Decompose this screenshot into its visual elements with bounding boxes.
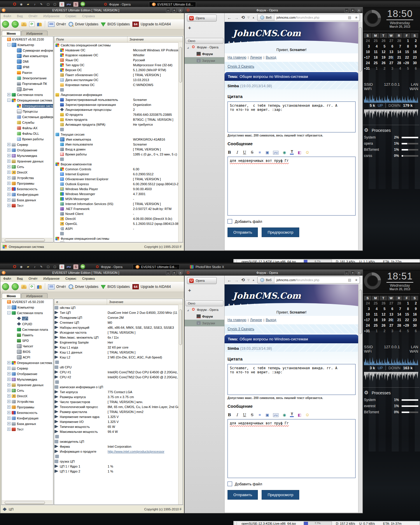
message-textarea[interactable]: для недоверчивых вот пруф Гг	[228, 157, 356, 216]
calendar-day[interactable]: 27	[388, 323, 395, 328]
back-icon[interactable]	[2, 283, 9, 290]
format-icon[interactable]: php	[273, 151, 279, 155]
format-icon[interactable]: ◧	[298, 413, 301, 417]
tree-item[interactable]: ЦП	[2, 316, 53, 321]
tree-expander[interactable]	[13, 356, 16, 359]
url-box[interactable]: Веб johncms.com/forum/index.php ▤ ★	[257, 276, 360, 284]
tree-item[interactable]: SPD	[2, 338, 53, 343]
up-icon[interactable]: ▲	[252, 16, 255, 19]
preview-button[interactable]: Предпросмотр	[262, 490, 299, 500]
pane-row[interactable]: Степпинг ЦП M0	[54, 320, 183, 325]
tree-expander[interactable]	[13, 110, 16, 113]
users-icon[interactable]	[37, 22, 42, 26]
taskbar-window-button[interactable]: PhotoFiltre Studio X	[187, 264, 227, 270]
close-button[interactable]: ×	[178, 8, 183, 13]
window-panel-header[interactable]: Окно	[186, 300, 223, 306]
calendar-day[interactable]: 12	[380, 312, 387, 317]
nav-link[interactable]: На главную	[228, 318, 246, 322]
url-field[interactable]: johncms.com/forum/index.php	[274, 278, 346, 282]
calendar-day[interactable]: 8	[403, 44, 410, 49]
tree-expander[interactable]: +	[7, 306, 10, 309]
bios-updates-button[interactable]: BIOS Updates	[101, 22, 130, 26]
taskbar-window-button[interactable]: Форум - Opera	[101, 2, 133, 7]
message-textarea[interactable]: для недоверчивых вот пруф Гг	[228, 419, 356, 478]
tree-item[interactable]: + Системная плата	[2, 92, 53, 97]
nav-link[interactable]: Личное	[250, 318, 262, 322]
calendar-day[interactable]: 13	[388, 49, 395, 55]
tree-item[interactable]: CPUID	[2, 321, 53, 327]
forward-icon[interactable]: →	[234, 278, 239, 283]
pane-row[interactable]: Максимальная мощность 99.4 W	[54, 429, 183, 434]
tree-item[interactable]: Суммарная информация	[2, 48, 53, 53]
tree-expander[interactable]	[13, 126, 16, 130]
tree-item[interactable]: - Системная плата	[2, 310, 53, 316]
tree-item[interactable]: EVEREST v5.50.2100	[2, 299, 53, 304]
tree-expander[interactable]: +	[7, 372, 10, 375]
everest-titlebar[interactable]: EVEREST Ultimate Edition [ TRIAL VERSION…	[0, 7, 184, 13]
launcher-icon[interactable]: ▰	[26, 264, 30, 269]
calendar-day[interactable]: 26	[380, 301, 387, 306]
tree-item[interactable]: + Устройства	[2, 399, 53, 404]
tree-item[interactable]: + Сеть	[2, 164, 53, 169]
tree-horizontal-scrollbar[interactable]	[2, 238, 52, 242]
tree-item[interactable]: + Мультимедиа	[2, 153, 53, 158]
calendar-day[interactable]: 7	[395, 306, 402, 312]
calendar-day[interactable]: 1	[372, 66, 379, 71]
tree-expander[interactable]: +	[7, 182, 10, 185]
maximize-button[interactable]: +	[172, 8, 176, 13]
menu-item[interactable]: Файл	[3, 14, 11, 18]
tree-expander[interactable]	[13, 60, 16, 63]
pane-row[interactable]: Зарегистрированный пользователь Screamer	[54, 97, 183, 102]
pane-row[interactable]: Язык ОС Русский	[54, 57, 183, 62]
web-button[interactable]: Веб	[258, 14, 274, 21]
calendar-day[interactable]: 2	[411, 301, 418, 306]
tree-item[interactable]: IPMI	[2, 64, 53, 70]
forward-icon[interactable]: →	[234, 15, 239, 20]
tree-expander[interactable]: -	[7, 43, 10, 46]
calendar-day[interactable]: 20	[388, 55, 395, 60]
format-icon[interactable]: I	[235, 150, 239, 155]
tree-expander[interactable]: +	[7, 187, 10, 190]
tree-item[interactable]: + Мультимедиа	[2, 377, 53, 382]
tree-item[interactable]: - Компьютер	[2, 42, 53, 48]
pane-row[interactable]: Обновления Internet Explorer [ TRIAL VER…	[54, 176, 183, 181]
calendar-day[interactable]: 14	[395, 312, 402, 317]
tree-item[interactable]: Файлы DLL	[2, 131, 53, 136]
pane-scrollbar[interactable]	[178, 305, 183, 505]
tree-item[interactable]: + Компьютер	[2, 304, 53, 310]
format-icon[interactable]: I	[235, 413, 239, 417]
back-icon[interactable]: ←	[227, 278, 232, 283]
calendar-day[interactable]: 1	[403, 38, 410, 43]
pane-row[interactable]: Зарегистрированная организация Organizat…	[54, 102, 183, 107]
tree-expander[interactable]	[13, 132, 16, 135]
tree-item[interactable]: Датчик	[2, 86, 53, 92]
calendar-day[interactable]: 1	[403, 301, 410, 306]
tree-expander[interactable]	[13, 71, 16, 74]
calendar-day[interactable]: 15	[403, 312, 410, 317]
calendar-day[interactable]: 14	[395, 49, 402, 55]
nav-link[interactable]: Выход	[266, 55, 276, 60]
calendar-day[interactable]: 24	[364, 323, 371, 328]
format-icon[interactable]: ☺	[305, 412, 309, 417]
tree-expander[interactable]	[13, 65, 16, 69]
calendar-day[interactable]: 31	[364, 66, 371, 71]
calendar-day[interactable]: 2	[380, 66, 387, 71]
tree-expander[interactable]: +	[7, 422, 10, 425]
tree-item[interactable]: + Программы	[2, 181, 53, 186]
attach-checkbox[interactable]	[228, 219, 232, 224]
menu-item[interactable]: Отчёт	[29, 277, 37, 280]
calendar-day[interactable]: 29	[403, 60, 410, 66]
tree-expander[interactable]	[13, 76, 16, 80]
pane-row[interactable]: ойства ЦП	[54, 305, 183, 310]
format-icon[interactable]: T	[290, 412, 294, 417]
calendar-day[interactable]: 6	[411, 328, 418, 334]
calendar-day[interactable]: 25	[372, 38, 379, 43]
tree-expander[interactable]: +	[7, 171, 10, 174]
tree-item[interactable]: Чипсет	[2, 343, 53, 349]
pane-row[interactable]: Internet Explorer 6.0.2900.5512	[54, 172, 183, 176]
tree-expander[interactable]: +	[7, 367, 10, 370]
tree-expander[interactable]	[13, 333, 16, 337]
tree-expander[interactable]: +	[7, 361, 10, 364]
tree-expander[interactable]: +	[7, 416, 10, 420]
tree-expander[interactable]	[13, 339, 16, 342]
